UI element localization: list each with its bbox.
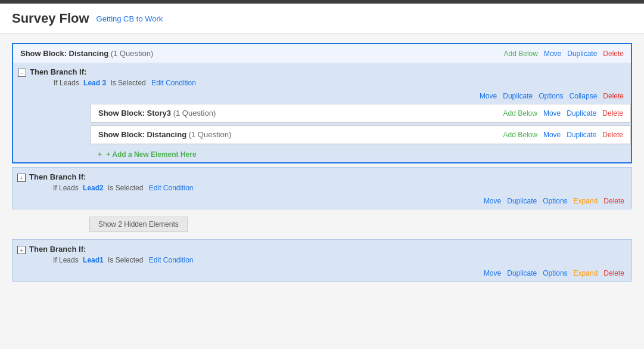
nested-block-distancing: Show Block: Distancing (1 Question) Add … bbox=[91, 125, 631, 144]
branch-1-duplicate[interactable]: Duplicate bbox=[503, 92, 533, 100]
branch-3-move[interactable]: Move bbox=[484, 269, 501, 277]
branch-3-title: Then Branch If: bbox=[29, 245, 624, 254]
nested-block-distancing-header: Show Block: Distancing (1 Question) Add … bbox=[91, 126, 630, 144]
condition-suffix-3: Is Selected bbox=[108, 256, 143, 264]
nested-block-story3-actions: Add Below Move Duplicate Delete bbox=[503, 109, 623, 118]
edit-condition-1[interactable]: Edit Condition bbox=[151, 79, 196, 87]
branch-2-expand[interactable]: Expand bbox=[574, 197, 598, 205]
branch-2-actions: Move Duplicate Options Expand Delete bbox=[13, 194, 631, 209]
show-block-1-actions: Add Below Move Duplicate Delete bbox=[504, 50, 624, 58]
show-block-1-wrapper: Show Block: Distancing (1 Question) Add … bbox=[12, 43, 632, 163]
branch-2-title: Then Branch If: bbox=[29, 172, 624, 181]
lead-name-3: Lead1 bbox=[83, 256, 104, 264]
branch-3-expand[interactable]: Expand bbox=[574, 269, 598, 277]
nested-block-story3: Show Block: Story3 (1 Question) Add Belo… bbox=[91, 104, 631, 123]
add-element-1[interactable]: + + Add a New Element Here bbox=[91, 147, 631, 162]
branch-2-move[interactable]: Move bbox=[484, 197, 501, 205]
nested-distancing-delete[interactable]: Delete bbox=[602, 131, 623, 139]
add-below-btn-1[interactable]: Add Below bbox=[504, 50, 538, 58]
duplicate-btn-1[interactable]: Duplicate bbox=[567, 50, 597, 58]
nested-block-distancing-actions: Add Below Move Duplicate Delete bbox=[503, 131, 623, 139]
page-title: Survey Flow bbox=[12, 11, 89, 26]
branch-2-condition: If Leads Lead2 Is Selected Edit Conditio… bbox=[29, 184, 624, 192]
branch-1-condition: If Leads Lead 3 Is Selected Edit Conditi… bbox=[30, 79, 624, 87]
branch-3-actions: Move Duplicate Options Expand Delete bbox=[13, 267, 631, 281]
branch-1-options[interactable]: Options bbox=[539, 92, 563, 100]
delete-btn-1[interactable]: Delete bbox=[603, 50, 624, 58]
show-hidden-wrapper: Show 2 Hidden Elements bbox=[12, 213, 632, 236]
branch-3-duplicate[interactable]: Duplicate bbox=[507, 269, 537, 277]
condition-suffix-2: Is Selected bbox=[108, 184, 143, 192]
branch-1: − Then Branch If: If Leads Lead 3 Is Sel… bbox=[13, 63, 631, 162]
nested-distancing-add-below[interactable]: Add Below bbox=[503, 131, 537, 139]
expand-icon-3[interactable]: + bbox=[17, 246, 26, 254]
show-block-1-header: Show Block: Distancing (1 Question) Add … bbox=[13, 44, 631, 63]
branch-1-delete[interactable]: Delete bbox=[603, 92, 624, 100]
condition-prefix-2: If Leads bbox=[53, 184, 79, 192]
nested-story3-delete[interactable]: Delete bbox=[602, 109, 623, 118]
move-btn-1[interactable]: Move bbox=[544, 50, 561, 58]
nested-distancing-duplicate[interactable]: Duplicate bbox=[567, 131, 596, 139]
branch-1-header: Then Branch If: If Leads Lead 3 Is Selec… bbox=[13, 63, 631, 89]
branch-3-header: Then Branch If: If Leads Lead1 Is Select… bbox=[13, 240, 631, 267]
lead-name-1: Lead 3 bbox=[83, 79, 106, 87]
nested-story3-move[interactable]: Move bbox=[543, 109, 561, 118]
nested-distancing-move[interactable]: Move bbox=[543, 131, 561, 139]
branch-2-options[interactable]: Options bbox=[543, 197, 567, 205]
lead-name-2: Lead2 bbox=[83, 184, 104, 192]
nested-story3-add-below[interactable]: Add Below bbox=[503, 109, 537, 118]
nested-block-distancing-title: Show Block: Distancing (1 Question) bbox=[98, 130, 231, 139]
branch-1-title: Then Branch If: bbox=[30, 67, 624, 76]
edit-condition-2[interactable]: Edit Condition bbox=[149, 184, 194, 192]
nested-block-story3-title: Show Block: Story3 (1 Question) bbox=[98, 109, 216, 118]
collapse-icon-1[interactable]: − bbox=[18, 69, 26, 77]
branch-2-delete[interactable]: Delete bbox=[603, 197, 624, 205]
show-hidden-btn[interactable]: Show 2 Hidden Elements bbox=[89, 217, 188, 232]
edit-condition-3[interactable]: Edit Condition bbox=[149, 256, 194, 264]
nested-block-story3-header: Show Block: Story3 (1 Question) Add Belo… bbox=[91, 104, 630, 122]
branch-1-actions: Move Duplicate Options Collapse Delete bbox=[13, 89, 631, 104]
nested-story3-duplicate[interactable]: Duplicate bbox=[567, 109, 596, 118]
branch-2-duplicate[interactable]: Duplicate bbox=[507, 197, 537, 205]
branch-1-move[interactable]: Move bbox=[480, 92, 497, 100]
branch-2-header: Then Branch If: If Leads Lead2 Is Select… bbox=[13, 168, 631, 194]
header: Survey Flow Getting CB to Work bbox=[0, 4, 644, 34]
nested-area-1: Show Block: Story3 (1 Question) Add Belo… bbox=[91, 104, 631, 162]
expand-icon-2[interactable]: + bbox=[17, 174, 26, 182]
branch-2: + Then Branch If: If Leads Lead2 Is Sele… bbox=[12, 167, 632, 209]
condition-prefix-1: If Leads bbox=[54, 79, 79, 87]
branch-3-condition: If Leads Lead1 Is Selected Edit Conditio… bbox=[29, 256, 624, 264]
branch-3: + Then Branch If: If Leads Lead1 Is Sele… bbox=[12, 239, 632, 282]
branch-1-collapse[interactable]: Collapse bbox=[570, 92, 598, 100]
condition-suffix-1: Is Selected bbox=[110, 79, 145, 87]
show-block-1-title: Show Block: Distancing (1 Question) bbox=[20, 49, 153, 58]
branch-3-delete[interactable]: Delete bbox=[603, 269, 624, 277]
branch-3-options[interactable]: Options bbox=[543, 269, 567, 277]
header-subtitle: Getting CB to Work bbox=[97, 14, 163, 23]
main-content: Show Block: Distancing (1 Question) Add … bbox=[0, 34, 644, 349]
condition-prefix-3: If Leads bbox=[53, 256, 79, 264]
